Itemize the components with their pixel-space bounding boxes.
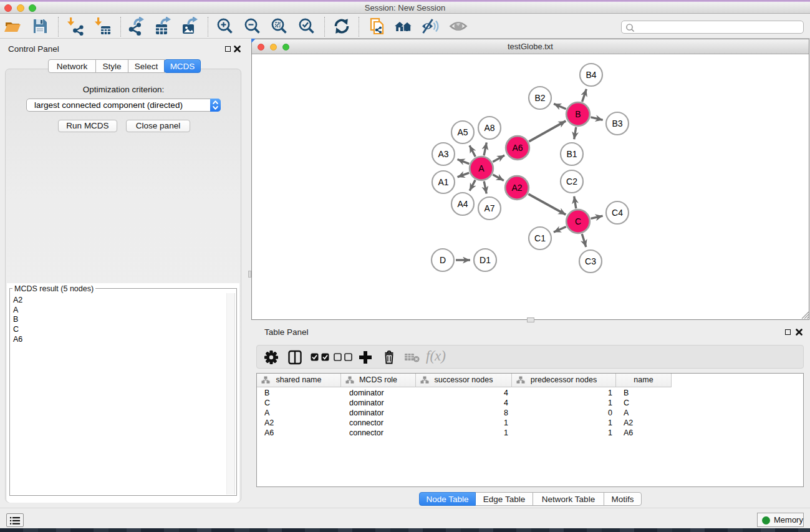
svg-text:B4: B4 <box>586 70 596 80</box>
svg-text:B2: B2 <box>534 93 545 103</box>
svg-text:A5: A5 <box>457 127 468 137</box>
svg-text:B3: B3 <box>612 118 622 128</box>
svg-text:D: D <box>440 255 446 265</box>
svg-text:C2: C2 <box>566 177 577 186</box>
svg-text:A7: A7 <box>484 203 494 213</box>
svg-text:A: A <box>478 163 485 173</box>
svg-text:A4: A4 <box>457 199 468 209</box>
svg-text:C1: C1 <box>534 233 546 243</box>
svg-text:A3: A3 <box>438 149 448 159</box>
svg-text:A8: A8 <box>484 123 494 133</box>
svg-text:D1: D1 <box>480 255 491 265</box>
svg-text:B: B <box>575 109 581 119</box>
svg-text:A1: A1 <box>438 177 448 187</box>
svg-text:C4: C4 <box>612 208 623 218</box>
svg-text:B1: B1 <box>566 149 577 159</box>
svg-text:A2: A2 <box>511 183 522 193</box>
svg-text:A6: A6 <box>512 143 523 153</box>
svg-text:C3: C3 <box>585 256 596 266</box>
svg-text:C: C <box>575 216 581 226</box>
